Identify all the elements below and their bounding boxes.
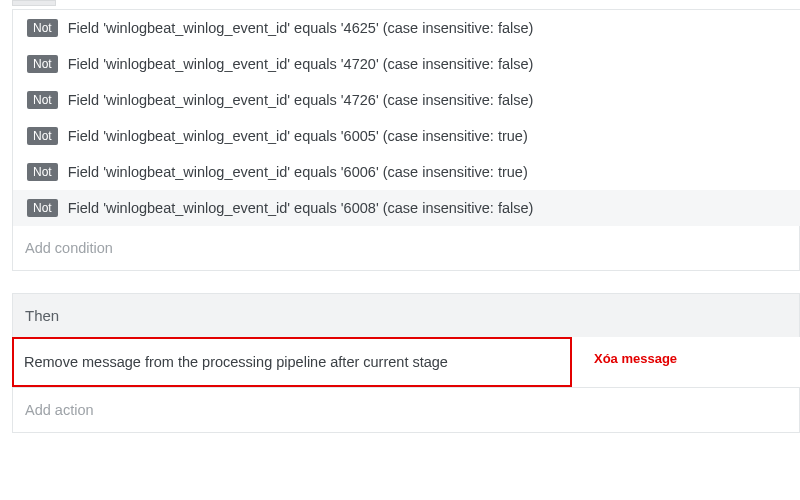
condition-row[interactable]: NotField 'winlogbeat_winlog_event_id' eq… [13,82,800,118]
action-remove-message[interactable]: Remove message from the processing pipel… [12,337,572,387]
not-badge[interactable]: Not [27,163,58,181]
not-badge[interactable]: Not [27,91,58,109]
action-row-wrap: Remove message from the processing pipel… [12,337,800,387]
add-action-input[interactable]: Add action [12,387,800,433]
add-condition-input[interactable]: Add condition [12,226,800,271]
condition-text: Field 'winlogbeat_winlog_event_id' equal… [68,164,528,180]
condition-text: Field 'winlogbeat_winlog_event_id' equal… [68,56,534,72]
conditions-list: NotField 'winlogbeat_winlog_event_id' eq… [12,10,800,226]
then-section-header: Then [12,293,800,337]
not-badge[interactable]: Not [27,19,58,37]
condition-row[interactable]: NotField 'winlogbeat_winlog_event_id' eq… [13,154,800,190]
collapsed-condition-stub [12,0,56,6]
annotation-label: Xóa message [594,351,677,366]
condition-text: Field 'winlogbeat_winlog_event_id' equal… [68,200,534,216]
condition-row[interactable]: NotField 'winlogbeat_winlog_event_id' eq… [13,190,800,226]
not-badge[interactable]: Not [27,55,58,73]
condition-text: Field 'winlogbeat_winlog_event_id' equal… [68,92,534,108]
condition-text: Field 'winlogbeat_winlog_event_id' equal… [68,128,528,144]
condition-text: Field 'winlogbeat_winlog_event_id' equal… [68,20,534,36]
not-badge[interactable]: Not [27,199,58,217]
condition-row[interactable]: NotField 'winlogbeat_winlog_event_id' eq… [13,46,800,82]
condition-row[interactable]: NotField 'winlogbeat_winlog_event_id' eq… [13,10,800,46]
condition-row[interactable]: NotField 'winlogbeat_winlog_event_id' eq… [13,118,800,154]
not-badge[interactable]: Not [27,127,58,145]
